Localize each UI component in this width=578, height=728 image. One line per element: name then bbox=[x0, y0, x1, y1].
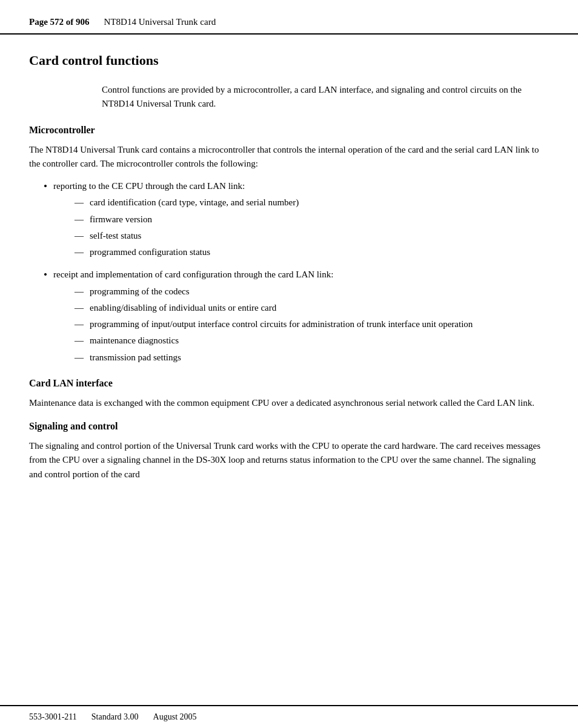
list-item: — programming of input/output interface … bbox=[53, 317, 549, 331]
list-item: — firmware version bbox=[53, 213, 549, 227]
page-header-title: NT8D14 Universal Trunk card bbox=[104, 17, 216, 27]
list-item: — programming of the codecs bbox=[53, 285, 549, 299]
dash-marker: — bbox=[53, 301, 90, 315]
list-item: — maintenance diagnostics bbox=[53, 334, 549, 348]
bullet-content: receipt and implementation of card confi… bbox=[53, 268, 549, 367]
footer-standard: Standard 3.00 bbox=[91, 712, 139, 722]
page-footer: 553-3001-211 Standard 3.00 August 2005 bbox=[0, 705, 578, 728]
dash-content: programming of input/output interface co… bbox=[90, 317, 549, 331]
section-card-lan: Card LAN interface Maintenance data is e… bbox=[29, 378, 549, 410]
section-heading-card-lan: Card LAN interface bbox=[29, 378, 549, 389]
bullet-content: reporting to the CE CPU through the card… bbox=[53, 179, 549, 262]
list-item: — transmission pad settings bbox=[53, 351, 549, 365]
dash-marker: — bbox=[53, 334, 90, 348]
dash-list-2: — programming of the codecs — enabling/d… bbox=[53, 285, 549, 365]
dash-marker: — bbox=[53, 351, 90, 365]
dash-content: enabling/disabling of individual units o… bbox=[90, 301, 549, 315]
footer-text: 553-3001-211 Standard 3.00 August 2005 bbox=[29, 712, 549, 722]
footer-date: August 2005 bbox=[153, 712, 197, 722]
microcontroller-body: The NT8D14 Universal Trunk card contains… bbox=[29, 143, 549, 171]
dash-list-1: — card identification (card type, vintag… bbox=[53, 196, 549, 259]
dash-marker: — bbox=[53, 229, 90, 243]
bullet-list-microcontroller: • reporting to the CE CPU through the ca… bbox=[29, 179, 549, 367]
section-signaling: Signaling and control The signaling and … bbox=[29, 421, 549, 481]
list-item: — self-test status bbox=[53, 229, 549, 243]
bullet-text: reporting to the CE CPU through the card… bbox=[53, 181, 245, 191]
page-header: Page 572 of 906 NT8D14 Universal Trunk c… bbox=[0, 0, 578, 35]
dash-marker: — bbox=[53, 317, 90, 331]
dash-content: maintenance diagnostics bbox=[90, 334, 549, 348]
dash-content: transmission pad settings bbox=[90, 351, 549, 365]
list-item: — card identification (card type, vintag… bbox=[53, 196, 549, 210]
card-lan-body: Maintenance data is exchanged with the c… bbox=[29, 396, 549, 410]
dash-marker: — bbox=[53, 196, 90, 210]
section-microcontroller: Microcontroller The NT8D14 Universal Tru… bbox=[29, 125, 549, 367]
dash-marker: — bbox=[53, 285, 90, 299]
page-container: Page 572 of 906 NT8D14 Universal Trunk c… bbox=[0, 0, 578, 728]
dash-content: card identification (card type, vintage,… bbox=[90, 196, 549, 210]
bullet-marker: • bbox=[29, 179, 53, 194]
list-item: • reporting to the CE CPU through the ca… bbox=[29, 179, 549, 262]
list-item: — programmed configuration status bbox=[53, 245, 549, 259]
dash-content: self-test status bbox=[90, 229, 549, 243]
section-heading-microcontroller: Microcontroller bbox=[29, 125, 549, 136]
dash-content: programmed configuration status bbox=[90, 245, 549, 259]
signaling-body: The signaling and control portion of the… bbox=[29, 439, 549, 481]
intro-paragraph: Control functions are provided by a micr… bbox=[102, 83, 549, 111]
main-content: Card control functions Control functions… bbox=[0, 35, 578, 705]
list-item: • receipt and implementation of card con… bbox=[29, 268, 549, 367]
article-title: Card control functions bbox=[29, 53, 549, 68]
footer-doc-number: 553-3001-211 bbox=[29, 712, 77, 722]
bullet-marker: • bbox=[29, 268, 53, 282]
dash-marker: — bbox=[53, 245, 90, 259]
bullet-text: receipt and implementation of card confi… bbox=[53, 270, 333, 279]
dash-content: programming of the codecs bbox=[90, 285, 549, 299]
dash-marker: — bbox=[53, 213, 90, 227]
section-heading-signaling: Signaling and control bbox=[29, 421, 549, 432]
list-item: — enabling/disabling of individual units… bbox=[53, 301, 549, 315]
page-number: Page 572 of 906 bbox=[29, 17, 90, 27]
dash-content: firmware version bbox=[90, 213, 549, 227]
